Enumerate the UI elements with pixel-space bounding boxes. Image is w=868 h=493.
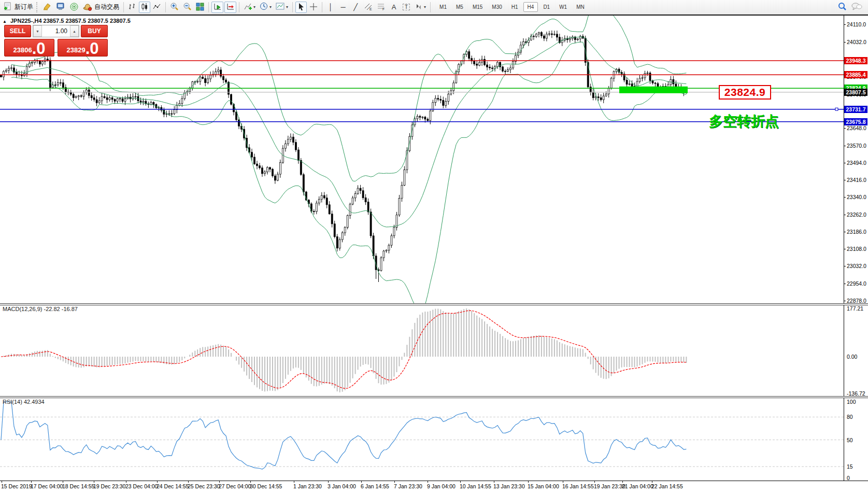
rsi-scale-value: 50 <box>847 437 853 443</box>
timeframe-m5[interactable]: M5 <box>452 2 467 12</box>
sell-price-main: 23806 <box>13 47 32 53</box>
time-tick-mark <box>94 481 94 483</box>
timeframe-h1[interactable]: H1 <box>507 2 522 12</box>
pane-separator[interactable] <box>0 303 868 305</box>
time-tick-label: 15 Dec 2019 <box>1 483 32 489</box>
candlestick-chart-button[interactable] <box>139 2 150 13</box>
time-tick-mark <box>2 481 2 483</box>
macd-pane[interactable] <box>0 305 844 396</box>
crosshair-button[interactable] <box>308 2 319 13</box>
search-button[interactable] <box>836 2 848 13</box>
horizontal-line-tool[interactable]: ─ <box>337 2 349 13</box>
volume-value[interactable]: 1.00 <box>42 25 70 37</box>
price-tick-mark <box>844 128 846 129</box>
templates-icon <box>276 3 285 11</box>
time-tick-mark <box>157 481 158 483</box>
timeframe-group: M1M5M15M30H1H4D1W1MN <box>435 2 589 12</box>
time-tick-label: 27 Dec 04:00 <box>219 483 251 489</box>
toolbar-grip <box>36 2 39 12</box>
pivot-annotation-text[interactable]: 多空转折点 <box>709 112 779 131</box>
metaeditor-button[interactable] <box>41 2 53 13</box>
timeframe-h4[interactable]: H4 <box>523 2 538 12</box>
templates-button[interactable]: ▾ <box>274 2 290 13</box>
price-badge: 23885.4 <box>844 71 867 78</box>
buy-button[interactable]: BUY <box>81 25 108 37</box>
toolbar-separator <box>165 2 166 12</box>
time-tick-mark <box>31 481 32 483</box>
tile-windows-button[interactable] <box>194 2 206 13</box>
zoom-in-button[interactable] <box>168 2 180 13</box>
timeframe-m30[interactable]: M30 <box>488 2 506 12</box>
timeframe-d1[interactable]: D1 <box>539 2 554 12</box>
price-tick-mark <box>844 24 846 25</box>
chart-shift-button[interactable] <box>224 2 236 13</box>
fibonacci-tool[interactable]: F <box>375 2 387 13</box>
price-tick: 23648.0 <box>847 125 866 131</box>
chat-button[interactable] <box>849 2 864 13</box>
chart-shift-icon <box>226 3 235 12</box>
rsi-pane[interactable] <box>0 398 844 481</box>
time-tick-label: 17 Dec 04:00 <box>31 483 63 489</box>
new-order-button[interactable]: 新订单 <box>2 2 35 13</box>
timeframe-m1[interactable]: M1 <box>435 2 451 12</box>
channel-tool[interactable]: E <box>362 2 374 13</box>
new-order-icon <box>4 2 12 12</box>
timeframe-w1[interactable]: W1 <box>555 2 571 12</box>
time-tick-label: 25 Dec 23:30 <box>188 483 220 489</box>
price-tick: 23494.0 <box>847 160 866 166</box>
auto-scroll-button[interactable] <box>211 2 223 13</box>
cursor-button[interactable] <box>295 2 307 13</box>
main-price-pane[interactable] <box>0 16 844 304</box>
auto-scroll-icon <box>213 3 222 12</box>
price-tick-mark <box>844 180 846 180</box>
periods-button[interactable]: ▾ <box>258 2 273 13</box>
timeframe-mn[interactable]: MN <box>572 2 589 12</box>
volume-increase-button[interactable]: ▲ <box>70 25 79 37</box>
macd-label: MACD(12,26,9) -22.82 -16.87 <box>3 306 78 312</box>
arrows-tool[interactable]: ▾ <box>413 2 428 13</box>
toolbar: 新订单 自动交易 ▾ ▾ ▾ │ ─ ╱ E F A T <box>0 0 868 15</box>
collapse-panel-icon[interactable]: ▲ <box>3 19 7 24</box>
text-tool[interactable]: A <box>388 2 400 13</box>
price-axis[interactable]: 24110.024032.023954.023876.023798.023724… <box>844 16 868 482</box>
autotrading-button[interactable]: 自动交易 <box>81 2 121 13</box>
dropdown-caret: ▾ <box>424 5 426 9</box>
time-tick-label: 18 Dec 14:55 <box>62 483 94 489</box>
price-tick-mark <box>844 163 846 163</box>
time-axis[interactable]: 15 Dec 201917 Dec 04:0018 Dec 14:5519 De… <box>0 482 868 492</box>
bar-chart-button[interactable] <box>126 2 138 13</box>
line-chart-button[interactable] <box>151 2 163 13</box>
text-label-tool[interactable]: T <box>401 2 412 13</box>
indicators-button[interactable]: ▾ <box>242 2 257 13</box>
time-tick-mark <box>188 481 189 483</box>
terminal-icon <box>56 3 65 12</box>
strategy-tester-icon <box>69 3 79 12</box>
zoom-out-button[interactable] <box>181 2 193 13</box>
dropdown-caret: ▾ <box>286 5 288 9</box>
price-tick-mark <box>844 146 846 146</box>
vertical-line-tool[interactable]: │ <box>325 2 336 13</box>
time-tick-label: 1 Jan 23:30 <box>293 483 322 489</box>
zoom-out-icon <box>183 2 192 12</box>
strategy-tester-button[interactable] <box>68 2 80 13</box>
dropdown-caret: ▾ <box>269 5 272 9</box>
volume-decrease-button[interactable]: ▼ <box>33 25 42 37</box>
terminal-button[interactable] <box>54 2 67 13</box>
candlestick-chart-icon <box>140 3 149 12</box>
buy-price-button[interactable]: 23829.0 <box>58 39 108 57</box>
time-tick-mark <box>328 481 329 483</box>
tile-windows-icon <box>196 3 204 12</box>
text-label-icon: T <box>403 4 410 10</box>
fibonacci-icon: F <box>377 3 386 12</box>
price-callout-box[interactable]: 23824.9 <box>719 85 771 100</box>
trendline-tool[interactable]: ╱ <box>350 2 361 13</box>
volume-stepper: ▼ 1.00 ▲ <box>33 25 79 37</box>
time-tick-mark <box>126 481 126 483</box>
price-tick: 23108.0 <box>847 246 866 252</box>
sell-button[interactable]: SELL <box>4 25 31 37</box>
timeframe-m15[interactable]: M15 <box>468 2 487 12</box>
time-tick-label: 19 Dec 23:30 <box>93 483 125 489</box>
rsi-scale-value: 15 <box>847 463 853 470</box>
sell-price-button[interactable]: 23806.0 <box>4 39 54 57</box>
pane-separator[interactable] <box>0 396 868 398</box>
